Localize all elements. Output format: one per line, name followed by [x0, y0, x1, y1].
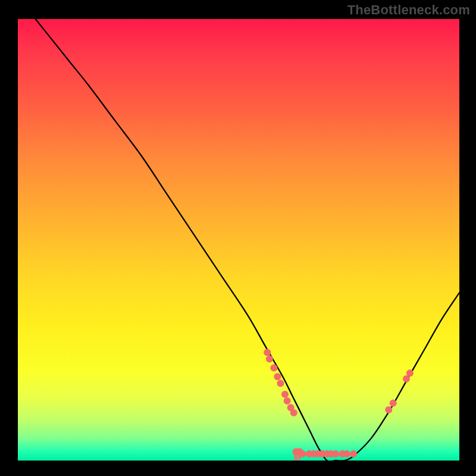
data-marker [406, 369, 414, 377]
bottleneck-curve [36, 19, 459, 461]
data-marker [299, 450, 306, 458]
data-marker [284, 397, 291, 405]
plot-area [18, 19, 459, 461]
data-marker [343, 450, 350, 458]
data-marker [264, 349, 271, 356]
markers-layer [264, 349, 414, 458]
data-marker [350, 450, 357, 458]
data-marker [385, 406, 392, 414]
data-marker [290, 409, 298, 416]
chart-container: TheBottleneck.com [0, 0, 476, 476]
data-marker [277, 380, 284, 387]
data-marker [332, 450, 339, 458]
data-marker [266, 355, 273, 362]
data-marker [270, 364, 277, 371]
data-marker [274, 373, 281, 380]
data-marker [281, 391, 289, 398]
data-marker [390, 400, 397, 407]
chart-svg [18, 19, 459, 461]
watermark-text: TheBottleneck.com [347, 2, 470, 18]
